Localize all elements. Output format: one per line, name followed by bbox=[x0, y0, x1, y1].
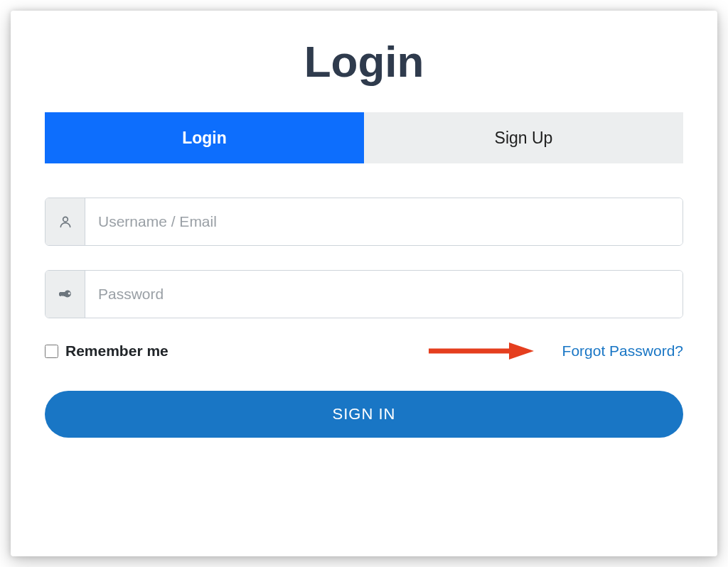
user-icon bbox=[46, 198, 85, 245]
signin-button[interactable]: SIGN IN bbox=[45, 391, 683, 438]
auth-tabs: Login Sign Up bbox=[45, 112, 683, 163]
username-group bbox=[45, 198, 683, 246]
password-group bbox=[45, 270, 683, 318]
forgot-password-link[interactable]: Forgot Password? bbox=[562, 342, 683, 360]
tab-signup[interactable]: Sign Up bbox=[364, 112, 683, 163]
svg-marker-2 bbox=[509, 342, 534, 360]
username-input[interactable] bbox=[85, 198, 682, 245]
options-row: Remember me Forgot Password? bbox=[45, 342, 683, 360]
remember-me: Remember me bbox=[45, 342, 168, 360]
svg-point-0 bbox=[63, 217, 68, 222]
page-title: Login bbox=[45, 36, 683, 87]
login-card: Login Login Sign Up Remember me bbox=[11, 11, 717, 556]
remember-checkbox[interactable] bbox=[45, 345, 58, 358]
tab-login[interactable]: Login bbox=[45, 112, 364, 163]
pointer-arrow-icon bbox=[427, 340, 534, 362]
password-input[interactable] bbox=[85, 271, 682, 318]
remember-label[interactable]: Remember me bbox=[65, 342, 168, 360]
key-icon bbox=[46, 271, 85, 318]
